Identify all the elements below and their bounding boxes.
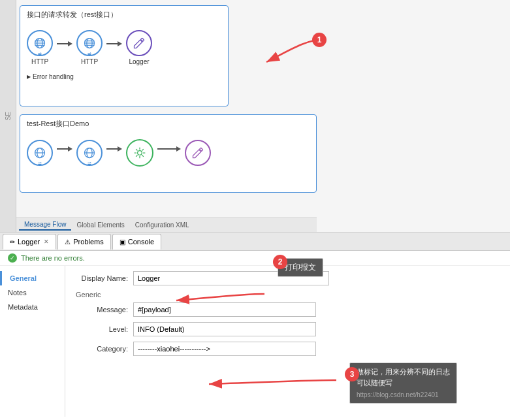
tab-console-label: Console [128, 238, 154, 246]
node-b4[interactable] [185, 140, 211, 166]
flow-box-2: test-Rest接口Demo ⇌ [20, 114, 317, 193]
annotation-3-line2: 可以随便写 [357, 378, 450, 389]
svg-point-17 [138, 151, 142, 155]
tab-global-elements-label: Global Elements [76, 221, 124, 229]
node-circle-http-1[interactable]: ⇌ [27, 30, 53, 56]
tab-problems[interactable]: ⚠ Problems [57, 234, 110, 250]
message-label: Message: [76, 306, 128, 314]
sidebar-item-general[interactable]: General [0, 271, 65, 285]
status-ok-icon: ✓ [8, 253, 17, 263]
annotation-2-text: 打印报文 [285, 263, 316, 272]
tab-message-flow[interactable]: Message Flow [19, 219, 71, 231]
tab-config-xml-label: Configuration XML [135, 221, 189, 229]
left-edge-label: SE [5, 112, 12, 120]
tab-logger-label: Logger [18, 238, 40, 246]
error-handling[interactable]: Error handling [27, 73, 221, 80]
node-circle-logger[interactable] [126, 30, 152, 56]
node-http-2[interactable]: ⇌ HTTP [76, 30, 103, 65]
annotation-2-circle: 2 [273, 255, 287, 269]
connector-b2 [106, 146, 122, 152]
node-b1[interactable]: ⇌ [27, 140, 53, 166]
tab-logger-close[interactable]: ✕ [44, 238, 49, 245]
left-sidebar-edge: SE [0, 0, 16, 232]
annotation-3-callout: 做标记，用来分辨不同的日志 可以随便写 https://blog.csdn.ne… [349, 363, 457, 404]
flow-box-1-title: 接口的请求转发（rest接口） [27, 10, 221, 20]
sidebar-item-notes-label: Notes [8, 289, 27, 297]
flow-nodes-1: ⇌ HTTP ⇌ [27, 25, 221, 71]
tab-bar: ✏ Logger ✕ ⚠ Problems ▣ Console [0, 233, 510, 251]
url-text: https://blog.csdn.net/h22401 [357, 390, 450, 400]
field-row-category: Category: [76, 342, 500, 356]
level-label: Level: [76, 325, 128, 333]
node-logger[interactable]: Logger [126, 30, 152, 65]
field-row-message: Message: [76, 302, 500, 317]
annotation-3-circle: 3 [345, 367, 359, 381]
node-circle-b2[interactable]: ⇌ [76, 140, 103, 166]
tab-console[interactable]: ▣ Console [112, 234, 161, 250]
sidebar-item-notes[interactable]: Notes [0, 285, 65, 300]
props-sidebar: General Notes Metadata [0, 266, 65, 417]
connector-1 [57, 41, 72, 46]
error-handling-label: Error handling [33, 73, 74, 80]
display-name-label: Display Name: [76, 274, 128, 282]
node-circle-http-2[interactable]: ⇌ [76, 30, 103, 56]
node-label-http-2: HTTP [81, 58, 98, 65]
flow-view-tabs[interactable]: Message Flow Global Elements Configurati… [16, 218, 317, 232]
section-generic-header: Generic [76, 291, 500, 299]
annotation-1-num: 1 [317, 35, 322, 44]
sidebar-item-metadata[interactable]: Metadata [0, 300, 65, 314]
flow-box-2-title: test-Rest接口Demo [27, 119, 310, 129]
annotation-2-num: 2 [278, 257, 283, 267]
tab-logger-icon: ✏ [10, 238, 15, 246]
tab-message-flow-label: Message Flow [24, 221, 66, 228]
node-circle-b1[interactable]: ⇌ [27, 140, 53, 166]
sidebar-item-general-label: General [10, 274, 37, 282]
message-input[interactable] [133, 302, 316, 317]
node-b3[interactable] [126, 139, 153, 167]
category-input[interactable] [133, 342, 316, 356]
tab-global-elements[interactable]: Global Elements [71, 220, 129, 230]
canvas-area: SE 接口的请求转发（rest接口） ⇌ HTTP [0, 0, 510, 232]
node-circle-b3[interactable] [126, 139, 153, 167]
flow-box-1: 接口的请求转发（rest接口） ⇌ HTTP [20, 5, 229, 106]
tab-console-icon: ▣ [120, 238, 125, 246]
tab-problems-label: Problems [73, 238, 103, 246]
node-circle-b4[interactable] [185, 140, 211, 166]
connector-b1 [57, 146, 72, 152]
status-bar: ✓ There are no errors. [0, 251, 510, 266]
node-label-logger: Logger [129, 58, 149, 65]
annotation-3-line1: 做标记，用来分辨不同的日志 [357, 366, 450, 378]
node-http-1[interactable]: ⇌ HTTP [27, 30, 53, 65]
level-input[interactable] [133, 322, 316, 336]
tab-logger[interactable]: ✏ Logger ✕ [3, 234, 56, 250]
category-label: Category: [76, 345, 128, 353]
annotation-1-circle: 1 [312, 33, 327, 47]
field-row-level: Level: [76, 322, 500, 336]
flow-nodes-2: ⇌ ⇌ [27, 134, 310, 172]
annotation-1-container: 1 [227, 33, 332, 74]
connector-2 [106, 41, 122, 46]
connector-b3 [157, 146, 181, 152]
sidebar-item-metadata-label: Metadata [8, 303, 38, 311]
node-b2[interactable]: ⇌ [76, 140, 103, 166]
tab-config-xml[interactable]: Configuration XML [130, 220, 195, 230]
annotation-3-num: 3 [350, 370, 355, 379]
node-label-http-1: HTTP [31, 58, 48, 65]
tab-problems-icon: ⚠ [65, 238, 71, 246]
status-message: There are no errors. [21, 254, 85, 262]
